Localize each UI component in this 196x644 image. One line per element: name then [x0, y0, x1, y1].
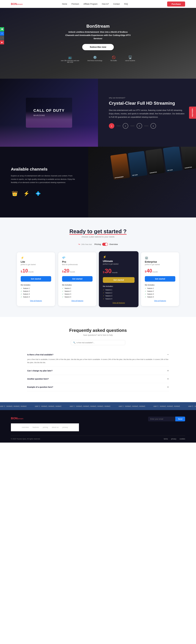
step-2[interactable]: 2 — [123, 123, 128, 128]
review-item-1: user 1 : review1, review1, review1 — [0, 405, 27, 407]
channels-title: Available channels — [11, 167, 77, 172]
movie-title-3: SAMARITAN — [150, 170, 164, 174]
plan-enterprise-icon: 🏢 — [145, 256, 175, 260]
channels-desc: Explore an array of entertainment with o… — [11, 174, 77, 184]
plan-pro-period: /month — [70, 271, 75, 273]
faq-question-1[interactable]: Is there a free trial available? − — [27, 353, 169, 356]
faq-item-3: Another question here? + — [27, 375, 169, 383]
plan-enterprise-price: $ 40 /month — [145, 268, 175, 274]
faq-toggle-1[interactable]: − — [167, 353, 169, 356]
plan-ultimate-f4: ✓feature 4 — [103, 298, 134, 300]
step-connector-3 — [144, 126, 148, 126]
plan-enterprise-includes: lite includes: — [145, 284, 175, 286]
plan-pro-includes: lite includes: — [62, 284, 92, 286]
pricing-subheading: choose a plan tailored to your needs — [0, 236, 196, 238]
plan-ultimate-f3: ✓feature 3 — [103, 295, 134, 297]
footer-nav-pricing[interactable]: pricing — [43, 426, 48, 428]
movie-card-samaritan: SAMARITAN — [145, 148, 165, 175]
step-1[interactable]: 1 — [109, 123, 114, 128]
channels-left: Available channels Explore an array of e… — [0, 147, 88, 218]
faq-question-2[interactable]: Can I change my plan later? + — [27, 369, 169, 372]
logo-1: 👑 — [11, 190, 18, 197]
plan-ultimate-dollar: $ — [103, 271, 104, 274]
pricing-section: Ready to get started ? choose a plan tai… — [0, 218, 196, 317]
buffer-label: NO buffer — [110, 60, 117, 62]
footer-bottom-links: terms privacy cookies — [164, 438, 185, 440]
plan-lite-view-all[interactable]: View all features — [21, 300, 51, 302]
movie-card-samaritan-2: SAMARITAN — [180, 147, 196, 170]
footer-privacy[interactable]: privacy — [171, 438, 176, 440]
plan-ultimate-tagline: perfect to get started — [103, 263, 134, 265]
footer-email-input[interactable] — [148, 416, 175, 421]
nav-howto[interactable]: How to? — [102, 3, 109, 5]
nav-contact[interactable]: Contact — [113, 3, 120, 5]
plan-ultimate-view-all[interactable]: View all features — [103, 302, 134, 304]
plan-ultimate-includes: lite includes: — [103, 286, 134, 288]
subscribe-button[interactable]: Subscribe now — [82, 44, 114, 50]
plan-pro-f4: ✓feature 4 — [62, 296, 92, 298]
pricing-heading: Ready to get started ? — [0, 228, 196, 234]
footer-nav-about[interactable]: about us — [52, 426, 59, 428]
plan-lite-f1: ✓feature 1 — [21, 287, 51, 289]
footer-nav-features[interactable]: features — [32, 426, 39, 428]
movie-title-1: OPPENHEIMER — [114, 175, 128, 178]
faq-question-4[interactable]: Example of a question here? + — [27, 386, 169, 389]
toggle-knob — [105, 243, 108, 246]
plan-lite-btn[interactable]: Get started — [21, 276, 51, 282]
footer-cookies[interactable]: cookies — [180, 438, 185, 440]
faq-toggle-2[interactable]: + — [167, 369, 169, 372]
plan-enterprise: 🏢 Enterprise perfect to get started $ 40… — [141, 252, 179, 306]
review-item-6: user 1 : review1, review1, review1, revi… — [188, 405, 196, 407]
plan-ultimate-amount: 30 — [105, 268, 112, 275]
plan-lite: ⚡ Lite perfect to get started $ 10 /mont… — [17, 252, 55, 306]
channels-logos: 👑 ⚡ 💠 — [11, 190, 77, 197]
logo-3: 💠 — [34, 190, 42, 197]
footer-newsletter: Send — [148, 416, 185, 421]
hero-feature-antifreeze: ⚙️ Anti-freeze technology — [88, 56, 102, 63]
plan-pro-name: Pro — [62, 260, 92, 263]
plan-ultimate-name: Ultimate — [103, 260, 134, 263]
plan-ultimate-f1: ✓feature 1 — [103, 289, 134, 291]
plan-enterprise-btn[interactable]: Get started — [145, 276, 175, 282]
trial-arrow-icon: ↪ — [78, 243, 80, 246]
footer-nav-overview[interactable]: overview — [22, 426, 29, 428]
why-steps: 1 2 3 4 — [109, 123, 185, 128]
nav-affiliate[interactable]: Affiliate Program — [84, 3, 98, 5]
plan-lite-icon: ⚡ — [21, 256, 51, 260]
hero-features: 📺 over 20k channels and over40k VOD ⚙️ A… — [61, 56, 135, 63]
footer-terms[interactable]: terms — [164, 438, 168, 440]
faq-toggle-3[interactable]: + — [167, 378, 169, 380]
faq-toggle-4[interactable]: + — [167, 386, 169, 389]
plan-lite-name: Lite — [21, 260, 51, 263]
faq-question-3[interactable]: Another question here? + — [27, 378, 169, 380]
plan-enterprise-view-all[interactable]: View all features — [145, 300, 175, 302]
faq-search-input[interactable] — [76, 342, 123, 344]
footer-nav-privacy[interactable]: privacy — [62, 426, 68, 428]
phone-button[interactable]: 📞 — [0, 36, 4, 40]
youtube-button[interactable]: ▶ — [0, 40, 4, 44]
plan-pro-view-all[interactable]: View all features — [62, 300, 92, 302]
review-item-5: user 1 : review1, review1, review1 — [154, 405, 180, 407]
movie-title-4: TOP GUN — [167, 168, 181, 171]
plan-cards: ⚡ Lite perfect to get started $ 10 /mont… — [0, 252, 196, 306]
step-3[interactable]: 3 — [137, 123, 142, 128]
hero-content: BonStream Unlock Limitless Entertainment… — [64, 24, 132, 50]
step-4[interactable]: 4 — [150, 123, 156, 128]
footer-top: BONstream overview features pricing abou… — [11, 416, 185, 431]
footer-send-button[interactable]: Send — [175, 416, 185, 421]
subscribe-float-button[interactable]: subscribe — [189, 106, 196, 119]
channels-right: OPPENHEIMER TOP GUN SAMARITAN TOP GUN — [88, 147, 196, 218]
plan-ultimate-icon: ⚡ — [103, 255, 134, 258]
nav-faq[interactable]: FAQ — [124, 3, 128, 5]
plan-lite-f3: ✓feature 3 — [21, 293, 51, 295]
whatsapp-button[interactable]: 💬 — [0, 27, 4, 31]
plan-pro-btn[interactable]: Get started — [62, 276, 92, 282]
nav-premium[interactable]: Premium — [72, 3, 79, 5]
hero-subtitle: Unlock Limitless Entertainment: Dive int… — [64, 30, 132, 40]
step-connector-2 — [130, 126, 134, 126]
nav-home[interactable]: Home — [62, 3, 67, 5]
purchase-button[interactable]: Purchase — [167, 2, 185, 6]
pricing-toggle[interactable] — [102, 243, 108, 246]
plan-ultimate-btn[interactable]: Get started — [103, 277, 134, 283]
facebook-button[interactable]: f — [0, 32, 4, 36]
